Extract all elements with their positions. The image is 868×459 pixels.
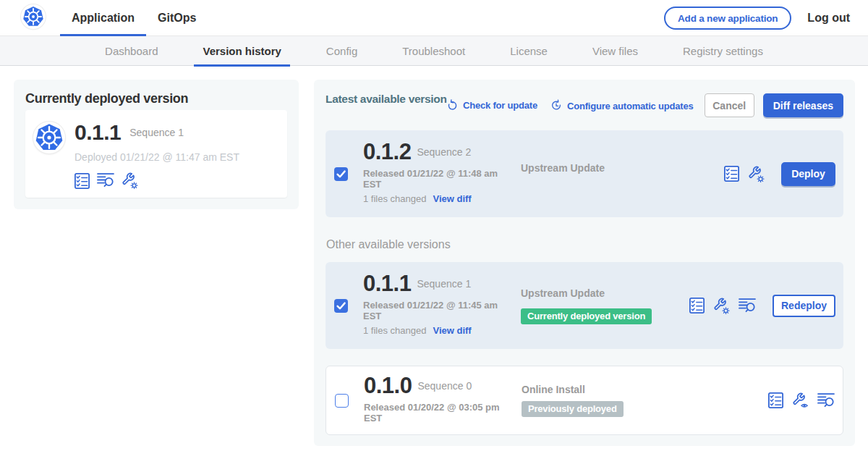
actions-column bbox=[768, 392, 835, 409]
subtab-troubleshoot[interactable]: Troubleshoot bbox=[393, 36, 474, 66]
tab-gitops-label: GitOps bbox=[158, 12, 196, 25]
subtab-version-history-label: Version history bbox=[203, 45, 281, 57]
card-released: Released 01/21/22 @ 11:45 am EST bbox=[363, 300, 505, 321]
configure-updates-label: Configure automatic updates bbox=[567, 101, 693, 111]
app-subnav: Dashboard Version history Config Trouble… bbox=[0, 36, 868, 66]
subtab-dashboard-label: Dashboard bbox=[105, 45, 158, 57]
checkmark-icon bbox=[334, 167, 348, 181]
config-wrench-gear-icon[interactable] bbox=[122, 172, 138, 189]
card-version: 0.1.0 bbox=[364, 374, 412, 397]
config-wrench-gear-icon[interactable] bbox=[713, 298, 730, 314]
version-card-0-1-1: 0.1.1 Sequence 1 Released 01/21/22 @ 11:… bbox=[326, 262, 843, 349]
subtab-view-files-label: View files bbox=[592, 45, 638, 57]
latest-available-title: Latest available version bbox=[326, 93, 447, 106]
deployed-sequence: Sequence 1 bbox=[129, 127, 184, 138]
currently-deployed-title: Currently deployed version bbox=[25, 90, 287, 106]
header-right: Add a new application Log out bbox=[664, 0, 850, 36]
source-column: Online Install Previously deployed bbox=[522, 366, 768, 434]
tab-application[interactable]: Application bbox=[60, 0, 146, 36]
actions-column: Redeploy bbox=[689, 295, 835, 317]
subtab-troubleshoot-label: Troubleshoot bbox=[402, 45, 465, 57]
subtab-view-files[interactable]: View files bbox=[584, 36, 647, 66]
top-header: Application GitOps Add a new application… bbox=[0, 0, 868, 36]
main-content: Currently deployed version 0.1.1 Sequenc… bbox=[0, 66, 868, 459]
cancel-button[interactable]: Cancel bbox=[705, 93, 754, 117]
files-changed: 1 files changed bbox=[363, 193, 426, 204]
deployed-icon-row bbox=[75, 172, 276, 189]
redeploy-button[interactable]: Redeploy bbox=[773, 295, 835, 317]
header-buttons: Cancel Diff releases bbox=[705, 93, 843, 117]
deploy-logs-icon[interactable] bbox=[817, 393, 835, 408]
previously-deployed-badge: Previously deployed bbox=[522, 401, 624, 417]
configure-updates-link[interactable]: Configure automatic updates bbox=[550, 99, 693, 112]
currently-deployed-panel: Currently deployed version 0.1.1 Sequenc… bbox=[14, 80, 299, 209]
version-source: Online Install bbox=[522, 384, 585, 395]
card-sequence: Sequence 1 bbox=[417, 278, 471, 290]
app-logo bbox=[33, 122, 65, 153]
subtab-config[interactable]: Config bbox=[318, 36, 366, 66]
check-for-update-link[interactable]: Check for update bbox=[446, 99, 537, 111]
preflight-checklist-icon[interactable] bbox=[689, 298, 705, 313]
tab-gitops[interactable]: GitOps bbox=[146, 0, 208, 36]
subtab-dashboard[interactable]: Dashboard bbox=[96, 36, 166, 66]
card-version: 0.1.1 bbox=[363, 272, 411, 295]
source-column: Upstream Update bbox=[521, 125, 724, 211]
deployed-version: 0.1.1 bbox=[75, 122, 121, 143]
deploy-logs-icon[interactable] bbox=[739, 298, 756, 313]
subtab-registry-settings[interactable]: Registry settings bbox=[674, 36, 772, 66]
card-sequence: Sequence 0 bbox=[417, 380, 472, 392]
version-column: 0.1.2 Sequence 2 Released 01/21/22 @ 11:… bbox=[363, 140, 521, 204]
diff-releases-button[interactable]: Diff releases bbox=[763, 93, 843, 117]
currently-deployed-badge: Currently deployed version bbox=[521, 308, 652, 324]
preflight-checklist-icon[interactable] bbox=[768, 392, 783, 408]
currently-deployed-card: 0.1.1 Sequence 1 Deployed 01/21/22 @ 11:… bbox=[25, 110, 287, 198]
deploy-button[interactable]: Deploy bbox=[781, 162, 835, 186]
version-source: Upstream Update bbox=[521, 162, 605, 174]
files-changed: 1 files changed bbox=[363, 325, 426, 336]
card-released: Released 01/20/22 @ 03:05 pm EST bbox=[364, 402, 506, 424]
files-changed-row: 1 files changed View diff bbox=[363, 325, 521, 336]
other-versions-title: Other available versions bbox=[326, 238, 843, 251]
subtab-license[interactable]: License bbox=[501, 36, 556, 66]
available-header: Latest available version Check for updat… bbox=[326, 80, 843, 130]
version-line: 0.1.1 Sequence 1 bbox=[75, 122, 276, 143]
diff-checkbox[interactable] bbox=[335, 394, 349, 408]
deployed-body: 0.1.1 Sequence 1 Deployed 01/21/22 @ 11:… bbox=[75, 122, 276, 189]
version-line: 0.1.2 Sequence 2 bbox=[363, 140, 521, 164]
version-card-0-1-0: 0.1.0 Sequence 0 Released 01/20/22 @ 03:… bbox=[326, 366, 843, 435]
card-version: 0.1.2 bbox=[363, 140, 411, 164]
preflight-checklist-icon[interactable] bbox=[75, 173, 90, 189]
card-released: Released 01/21/22 @ 11:48 am EST bbox=[363, 168, 505, 190]
view-diff-link[interactable]: View diff bbox=[433, 325, 471, 336]
tab-application-label: Application bbox=[72, 12, 135, 25]
subtab-registry-settings-label: Registry settings bbox=[683, 45, 763, 57]
schedule-icon bbox=[550, 99, 563, 112]
files-changed-row: 1 files changed View diff bbox=[363, 193, 521, 204]
app-tabs: Application GitOps bbox=[60, 0, 208, 36]
subtab-version-history[interactable]: Version history bbox=[194, 36, 289, 66]
source-column: Upstream Update Currently deployed versi… bbox=[521, 262, 689, 349]
version-card-row: 0.1.0 Sequence 0 Released 01/20/22 @ 03:… bbox=[326, 366, 843, 434]
kubernetes-logo bbox=[21, 4, 46, 29]
diff-checkbox[interactable] bbox=[334, 167, 348, 181]
subtab-license-label: License bbox=[510, 45, 548, 57]
card-sequence: Sequence 2 bbox=[417, 146, 471, 158]
version-card-row: 0.1.2 Sequence 2 Released 01/21/22 @ 11:… bbox=[326, 130, 843, 217]
config-wrench-eye-icon[interactable] bbox=[792, 392, 809, 409]
version-card-0-1-2: 0.1.2 Sequence 2 Released 01/21/22 @ 11:… bbox=[326, 130, 843, 217]
refresh-icon bbox=[446, 99, 459, 111]
deploy-logs-icon[interactable] bbox=[97, 173, 114, 188]
checkmark-icon bbox=[334, 299, 348, 313]
version-card-row: 0.1.1 Sequence 1 Released 01/21/22 @ 11:… bbox=[326, 262, 843, 349]
actions-column: Deploy bbox=[724, 162, 835, 186]
view-diff-link[interactable]: View diff bbox=[433, 193, 471, 204]
preflight-checklist-icon[interactable] bbox=[724, 166, 739, 182]
add-application-button[interactable]: Add a new application bbox=[664, 7, 791, 30]
logout-link[interactable]: Log out bbox=[807, 12, 850, 25]
version-column: 0.1.0 Sequence 0 Released 01/20/22 @ 03:… bbox=[364, 374, 522, 424]
config-wrench-gear-icon[interactable] bbox=[748, 166, 765, 182]
kubernetes-icon bbox=[22, 6, 44, 28]
subtab-config-label: Config bbox=[326, 45, 357, 57]
diff-checkbox[interactable] bbox=[334, 299, 348, 313]
check-for-update-label: Check for update bbox=[463, 100, 537, 111]
